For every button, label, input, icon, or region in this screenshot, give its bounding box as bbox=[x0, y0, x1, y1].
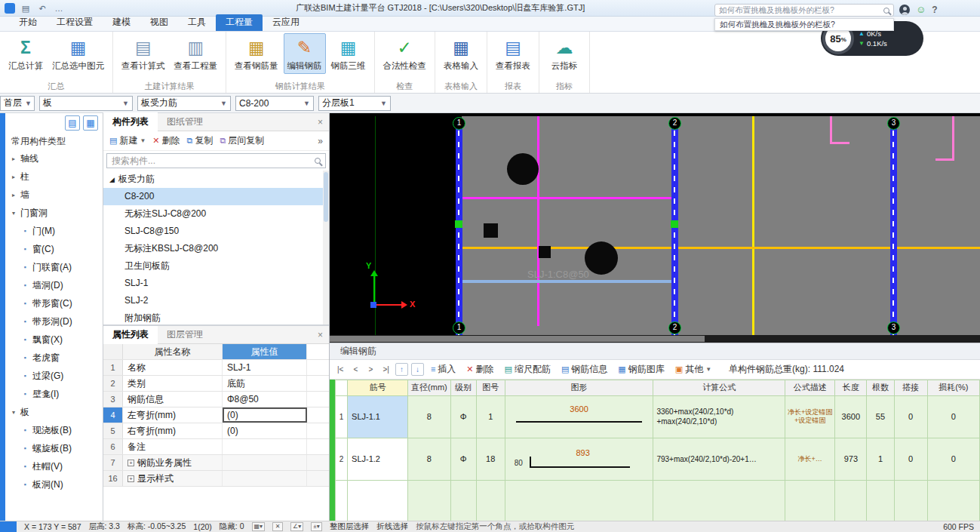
nav-item-slab-hole[interactable]: ▪板洞(N) bbox=[5, 475, 103, 494]
loss-cell[interactable]: 0 bbox=[927, 438, 979, 480]
view-rebar-quantity-button[interactable]: ▦ 查看钢筋量 bbox=[231, 33, 282, 74]
delete-component-button[interactable]: ✕删除 bbox=[149, 133, 183, 149]
shape-cell[interactable]: 80 893 bbox=[505, 438, 653, 480]
nav-list-view-icon[interactable]: ▤ bbox=[65, 115, 80, 131]
tab-quantity[interactable]: 工程量 bbox=[216, 14, 263, 31]
component-select[interactable]: C8-200▼ bbox=[235, 96, 314, 111]
edit-rebar-button[interactable]: ✎ 编辑钢筋 bbox=[284, 33, 326, 74]
count-cell[interactable]: 55 bbox=[867, 395, 894, 438]
column-circle-1[interactable] bbox=[507, 153, 539, 185]
tab-drawing-management[interactable]: 图纸管理 bbox=[158, 112, 212, 131]
count-cell[interactable]: 1 bbox=[867, 438, 894, 480]
loss-cell[interactable]: 0 bbox=[927, 395, 979, 438]
length-cell[interactable]: 3600 bbox=[835, 395, 867, 438]
property-value[interactable]: 底筋 bbox=[223, 376, 307, 391]
nav-item-axis[interactable]: ▸轴线 bbox=[5, 149, 103, 168]
grid-snap-button[interactable]: ▦▾ bbox=[252, 522, 266, 531]
formula-cell[interactable]: 3360+max(240/2,10*d)+max(240/2,10*d) bbox=[653, 395, 785, 438]
nav-item-wall-hole[interactable]: ▪墙洞(D) bbox=[5, 276, 103, 294]
nav-item-wall[interactable]: ▸墙 bbox=[5, 186, 103, 204]
grid-bubble-1[interactable]: 1 bbox=[453, 117, 465, 130]
length-cell[interactable]: 973 bbox=[835, 438, 867, 480]
property-value[interactable] bbox=[223, 439, 307, 454]
next-record-button[interactable]: > bbox=[364, 364, 376, 375]
layer-select[interactable]: 分层板1▼ bbox=[318, 96, 391, 111]
selection-handle[interactable] bbox=[455, 220, 462, 228]
block-square-1[interactable] bbox=[484, 223, 498, 238]
nav-item-column[interactable]: ▸柱 bbox=[5, 168, 103, 186]
col-header-diameter[interactable]: 直径(mm) bbox=[408, 380, 450, 395]
level-cell[interactable]: Φ bbox=[450, 395, 476, 438]
col-header-shape[interactable]: 图形 bbox=[505, 380, 653, 395]
wall-line-3[interactable] bbox=[890, 119, 897, 335]
formula-desc-cell[interactable]: 净长+… bbox=[785, 438, 835, 480]
property-value[interactable]: Φ8@50 bbox=[223, 392, 307, 407]
polyline-select-button[interactable]: 折线选择 bbox=[376, 521, 408, 532]
close-icon[interactable]: × bbox=[312, 330, 329, 340]
quick-access-more-icon[interactable]: … bbox=[53, 2, 65, 14]
col-header-formula[interactable]: 计算公式 bbox=[653, 380, 785, 395]
grid-bubble-3[interactable]: 3 bbox=[887, 117, 900, 130]
customer-service-icon[interactable]: ☺ bbox=[916, 5, 926, 15]
nav-item-openings[interactable]: ▾门窗洞 bbox=[5, 204, 103, 222]
subtype-select[interactable]: 板受力筋▼ bbox=[137, 96, 231, 111]
property-value-editing[interactable]: (0) bbox=[223, 407, 307, 423]
summary-selected-button[interactable]: ▦ 汇总选中图元 bbox=[48, 33, 108, 74]
diameter-cell[interactable]: 8 bbox=[408, 438, 450, 480]
magenta-rebar-vertical[interactable] bbox=[537, 116, 539, 326]
tree-item[interactable]: SLJ-1 bbox=[103, 275, 329, 292]
col-header-formula-desc[interactable]: 公式描述 bbox=[785, 380, 835, 395]
last-record-button[interactable]: >| bbox=[379, 364, 392, 375]
block-square-2[interactable] bbox=[539, 246, 551, 258]
tab-property-list[interactable]: 属性列表 bbox=[103, 326, 158, 344]
expand-plus-icon[interactable]: + bbox=[127, 475, 134, 482]
rebar-library-button[interactable]: ▦钢筋图库 bbox=[614, 361, 668, 377]
magenta-rebar-horizontal[interactable] bbox=[462, 197, 674, 199]
nav-item-door-window[interactable]: ▪门联窗(A) bbox=[5, 258, 103, 276]
rebar-3d-button[interactable]: ▦ 钢筋三维 bbox=[327, 33, 370, 74]
view-formula-button[interactable]: ▤ 查看计算式 bbox=[118, 33, 169, 74]
nav-item-niche[interactable]: ▪壁龛(I) bbox=[5, 385, 103, 403]
pink-rebar-hook-1[interactable] bbox=[830, 142, 849, 144]
lap-cell[interactable]: 0 bbox=[894, 395, 927, 438]
search-component-input[interactable]: 搜索构件... bbox=[106, 153, 326, 168]
view-report-button[interactable]: ▤ 查看报表 bbox=[492, 33, 534, 74]
pink-rebar-hook-2[interactable] bbox=[935, 158, 954, 161]
angle-snap-button[interactable]: ∠▾ bbox=[290, 522, 303, 531]
cloud-index-button[interactable]: ☁ 云指标 bbox=[544, 33, 585, 74]
scrollbar-thumb[interactable] bbox=[330, 336, 705, 342]
summary-calc-button[interactable]: Σ 汇总计算 bbox=[5, 33, 47, 74]
tab-component-list[interactable]: 构件列表 bbox=[103, 112, 158, 131]
rebar-info-button[interactable]: ▤钢筋信息 bbox=[558, 361, 611, 377]
delete-row-button[interactable]: ✕删除 bbox=[462, 361, 497, 377]
rebar-id-cell[interactable]: SLJ-1.1 bbox=[348, 395, 408, 438]
tab-cloud-apps[interactable]: 云应用 bbox=[263, 14, 309, 31]
col-header-lap[interactable]: 搭接 bbox=[894, 380, 927, 395]
grid-bubble-1[interactable]: 1 bbox=[453, 321, 465, 334]
nav-item-lintel[interactable]: ▪过梁(G) bbox=[5, 367, 103, 385]
grid-bubble-2[interactable]: 2 bbox=[668, 321, 681, 334]
nav-item-window[interactable]: ▪窗(C) bbox=[5, 240, 103, 258]
tree-item[interactable]: 无标注SLJ-C8@200 bbox=[103, 205, 329, 223]
user-account-icon[interactable] bbox=[899, 5, 910, 15]
formula-cell[interactable]: 793+max(240/2,10*d)-20+1… bbox=[653, 438, 785, 480]
tab-start[interactable]: 开始 bbox=[9, 14, 47, 31]
slab-region[interactable] bbox=[462, 116, 980, 335]
first-record-button[interactable]: |< bbox=[334, 364, 346, 375]
col-header-level[interactable]: 级别 bbox=[450, 380, 476, 395]
column-circle-2[interactable] bbox=[585, 241, 618, 275]
grid-bubble-2[interactable]: 2 bbox=[668, 117, 681, 130]
move-down-icon[interactable]: ↓ bbox=[411, 363, 424, 376]
drawing-canvas[interactable]: SLJ-1:C8@50 1 1 2 2 3 3 bbox=[330, 113, 980, 343]
tree-item[interactable]: 卫生间板筋 bbox=[103, 257, 329, 275]
expand-plus-icon[interactable]: + bbox=[127, 460, 134, 466]
yellow-rebar-vertical[interactable] bbox=[752, 116, 754, 335]
property-group-name[interactable]: +钢筋业务属性 bbox=[123, 455, 223, 470]
diameter-cell[interactable]: 8 bbox=[408, 395, 450, 438]
tab-tools[interactable]: 工具 bbox=[178, 14, 216, 31]
nav-item-strip-hole[interactable]: ▪带形洞(D) bbox=[5, 312, 103, 331]
view-quantity-button[interactable]: ▥ 查看工程量 bbox=[171, 33, 222, 74]
col-header-loss[interactable]: 损耗(%) bbox=[927, 380, 979, 395]
tree-item[interactable]: 无标注KBSLJ-C8@200 bbox=[103, 240, 329, 257]
property-value[interactable]: SLJ-1 bbox=[223, 360, 307, 375]
